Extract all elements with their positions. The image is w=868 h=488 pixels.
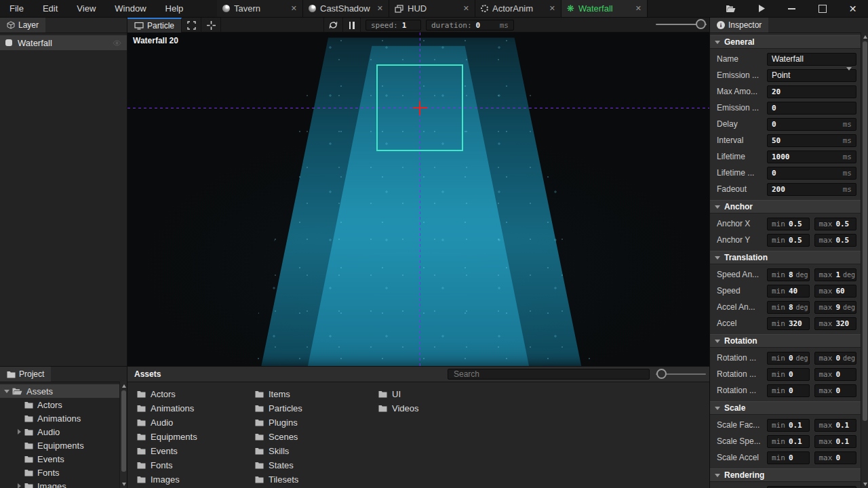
caret-down-icon[interactable]	[3, 390, 11, 393]
property-min-input[interactable]: min0	[767, 451, 810, 464]
play-button[interactable]	[746, 0, 776, 17]
asset-folder-images[interactable]: Images	[137, 472, 252, 487]
property-input[interactable]: Waterfall	[767, 53, 856, 66]
tab-hud[interactable]: HUD✕	[389, 0, 475, 17]
tree-item-images[interactable]: Images	[0, 479, 119, 488]
particle-canvas[interactable]: Waterfall 20	[127, 33, 709, 366]
zoom-slider[interactable]	[656, 18, 707, 33]
menu-item-file[interactable]: File	[0, 0, 33, 17]
property-min-input[interactable]: min0.1	[767, 419, 810, 432]
property-max-input[interactable]: max0	[814, 384, 857, 397]
tab-castshadow[interactable]: CastShadow✕	[303, 0, 389, 17]
tree-item-equipments[interactable]: Equipments	[0, 439, 119, 452]
scroll-down-button[interactable]	[861, 480, 868, 488]
particle-tab[interactable]: Particle	[127, 18, 182, 33]
thumbnail-slider-knob[interactable]	[656, 369, 667, 379]
inspector-panel-tab[interactable]: i Inspector	[710, 18, 768, 33]
asset-folder-ui[interactable]: UI	[378, 387, 494, 401]
asset-folder-equipments[interactable]: Equipments	[137, 430, 252, 444]
caret-right-icon[interactable]	[15, 429, 23, 434]
property-input[interactable]: 0	[767, 102, 856, 115]
open-project-button[interactable]	[715, 0, 746, 17]
menu-item-window[interactable]: Window	[105, 0, 155, 17]
caret-right-icon[interactable]	[15, 483, 23, 488]
tab-waterfall[interactable]: ❋Waterfall✕	[561, 0, 648, 17]
duration-field[interactable]: duration: 0 ms	[426, 20, 514, 30]
menu-item-view[interactable]: View	[67, 0, 105, 17]
search-input[interactable]	[448, 369, 650, 380]
property-max-input[interactable]: max0	[814, 451, 857, 464]
thumbnail-size-slider[interactable]	[656, 367, 706, 381]
close-window-button[interactable]: ✕	[837, 0, 868, 17]
property-max-input[interactable]: max1deg	[814, 268, 857, 281]
property-min-input[interactable]: min40	[767, 285, 810, 298]
pause-button[interactable]	[343, 18, 361, 33]
property-input[interactable]: 0ms	[767, 118, 856, 131]
close-tab-icon[interactable]: ✕	[549, 4, 555, 13]
asset-folder-states[interactable]: States	[255, 458, 370, 472]
menu-item-edit[interactable]: Edit	[33, 0, 67, 17]
property-input[interactable]: 1000ms	[767, 150, 856, 163]
asset-folder-tilesets[interactable]: Tilesets	[255, 472, 370, 487]
property-min-input[interactable]: min320	[767, 317, 810, 330]
section-header-rendering[interactable]: Rendering	[710, 468, 861, 482]
property-input[interactable]: Water...	[767, 486, 856, 488]
property-min-input[interactable]: min0.1	[767, 435, 810, 448]
property-max-input[interactable]: max9deg	[814, 301, 857, 314]
property-input[interactable]: 50ms	[767, 134, 856, 147]
property-max-input[interactable]: max0deg	[814, 352, 857, 365]
section-header-rotation[interactable]: Rotation	[710, 334, 861, 348]
layer-panel-tab[interactable]: Layer	[0, 18, 45, 33]
asset-folder-particles[interactable]: Particles	[255, 401, 370, 415]
visibility-eye-icon[interactable]	[113, 40, 121, 46]
asset-folder-events[interactable]: Events	[137, 444, 252, 458]
property-input[interactable]: 0ms	[767, 167, 856, 180]
center-view-button[interactable]	[201, 18, 221, 33]
speed-field[interactable]: speed: 1	[366, 20, 421, 30]
inspector-scrollbar[interactable]	[861, 33, 868, 488]
close-tab-icon[interactable]: ✕	[377, 4, 383, 13]
tab-tavern[interactable]: Tavern✕	[217, 0, 303, 17]
asset-folder-plugins[interactable]: Plugins	[255, 415, 370, 430]
project-tree-scrollbar[interactable]	[119, 382, 127, 488]
close-tab-icon[interactable]: ✕	[463, 4, 469, 13]
zoom-slider-knob[interactable]	[696, 19, 706, 29]
property-max-input[interactable]: max0.5	[814, 234, 857, 247]
property-max-input[interactable]: max0.1	[814, 435, 857, 448]
asset-folder-actors[interactable]: Actors	[137, 387, 252, 401]
fit-view-button[interactable]	[182, 18, 201, 33]
asset-folder-videos[interactable]: Videos	[378, 401, 494, 415]
asset-folder-fonts[interactable]: Fonts	[137, 458, 252, 472]
scrollbar-thumb[interactable]	[121, 390, 126, 472]
asset-folder-audio[interactable]: Audio	[137, 415, 252, 430]
tree-item-audio[interactable]: Audio	[0, 425, 119, 439]
menu-item-help[interactable]: Help	[156, 0, 193, 17]
asset-folder-animations[interactable]: Animations	[137, 401, 252, 415]
property-min-input[interactable]: min8deg	[767, 301, 810, 314]
section-header-anchor[interactable]: Anchor	[710, 200, 861, 214]
property-min-input[interactable]: min0deg	[767, 352, 810, 365]
property-min-input[interactable]: min0	[767, 368, 810, 381]
tab-actoranim[interactable]: ActorAnim✕	[475, 0, 561, 17]
asset-folder-items[interactable]: Items	[255, 387, 370, 401]
restart-button[interactable]	[323, 18, 343, 33]
tree-item-events[interactable]: Events	[0, 452, 119, 466]
property-max-input[interactable]: max320	[814, 317, 857, 330]
minimize-button[interactable]	[776, 0, 807, 17]
property-min-input[interactable]: min0.5	[767, 218, 810, 230]
tree-item-actors[interactable]: Actors	[0, 398, 119, 411]
asset-folder-scenes[interactable]: Scenes	[255, 430, 370, 444]
property-min-input[interactable]: min8deg	[767, 268, 810, 281]
close-tab-icon[interactable]: ✕	[635, 4, 642, 13]
project-panel-tab[interactable]: Project	[0, 367, 51, 382]
tree-item-assets[interactable]: Assets	[0, 384, 119, 398]
tree-item-animations[interactable]: Animations	[0, 411, 119, 425]
maximize-button[interactable]	[807, 0, 837, 17]
scroll-down-button[interactable]	[120, 480, 127, 488]
scroll-up-button[interactable]	[861, 33, 868, 41]
section-header-general[interactable]: General	[710, 35, 861, 49]
property-min-input[interactable]: min0.5	[767, 234, 810, 247]
property-max-input[interactable]: max0	[814, 368, 857, 381]
asset-folder-skills[interactable]: Skills	[255, 444, 370, 458]
tree-item-fonts[interactable]: Fonts	[0, 466, 119, 479]
